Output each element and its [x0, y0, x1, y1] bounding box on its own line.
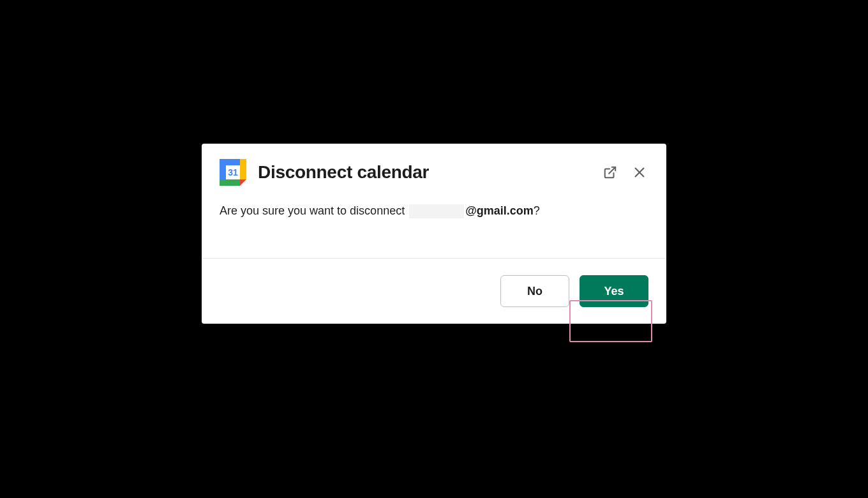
- email-domain: @gmail.com: [465, 204, 534, 217]
- modal-title: Disconnect calendar: [258, 162, 590, 183]
- svg-line-8: [609, 167, 615, 174]
- question-mark: ?: [534, 204, 540, 217]
- svg-text:31: 31: [228, 167, 238, 177]
- modal-header: 31 Disconnect calendar: [202, 144, 666, 197]
- svg-rect-4: [220, 179, 240, 186]
- no-button[interactable]: No: [500, 275, 569, 307]
- google-calendar-icon: 31: [220, 159, 246, 186]
- yes-button[interactable]: Yes: [580, 275, 648, 307]
- modal-footer: No Yes: [202, 258, 666, 324]
- open-external-icon[interactable]: [601, 163, 619, 181]
- redacted-email-username: [409, 204, 464, 218]
- confirmation-text-prefix: Are you sure you want to disconnect: [220, 204, 408, 217]
- yes-button-label: Yes: [604, 285, 624, 298]
- header-actions: [601, 163, 648, 181]
- modal-body: Are you sure you want to disconnect @gma…: [202, 197, 666, 258]
- no-button-label: No: [527, 285, 542, 298]
- disconnect-calendar-modal: 31 Disconnect calendar Are you sure you …: [202, 144, 666, 324]
- close-icon[interactable]: [631, 163, 648, 181]
- svg-rect-3: [240, 159, 246, 179]
